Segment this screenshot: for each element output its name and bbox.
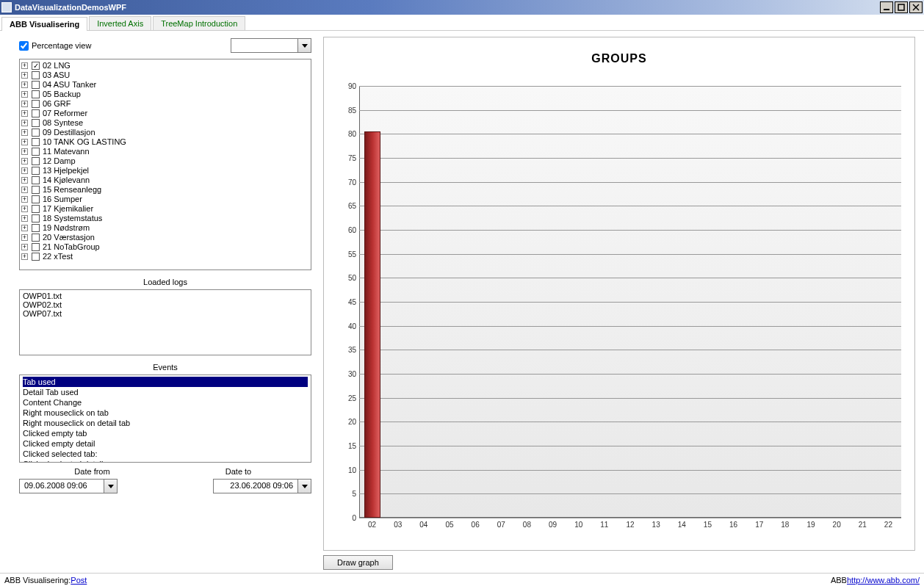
list-item[interactable]: Clicked empty tab [23, 428, 308, 438]
tree-item-checkbox[interactable] [32, 81, 40, 89]
list-item[interactable]: OWP07.txt [23, 309, 308, 318]
loaded-logs-listbox[interactable]: OWP01.txtOWP02.txtOWP07.txt [19, 289, 311, 355]
tree-item[interactable]: +06 GRF [21, 99, 309, 109]
expand-icon[interactable]: + [21, 253, 28, 260]
status-left-link[interactable]: Post [71, 576, 87, 585]
close-button[interactable] [909, 1, 923, 13]
list-item[interactable]: OWP02.txt [23, 300, 308, 309]
tree-item[interactable]: +04 ASU Tanker [21, 80, 309, 90]
gridline [359, 302, 901, 303]
gridline [359, 446, 901, 446]
tree-item-checkbox[interactable] [32, 253, 40, 261]
expand-icon[interactable]: + [21, 82, 28, 88]
tree-item-checkbox[interactable] [32, 214, 40, 223]
tree-item-checkbox[interactable] [32, 90, 40, 98]
list-item[interactable]: Right mouseclick on detail tab [23, 418, 308, 428]
expand-icon[interactable]: + [21, 225, 28, 231]
list-item[interactable]: Clicked empty detail [23, 438, 308, 449]
tree-item[interactable]: +05 Backup [21, 90, 309, 99]
tree-item[interactable]: +11 Matevann [21, 147, 309, 156]
expand-icon[interactable]: + [21, 177, 28, 184]
events-listbox[interactable]: Tab usedDetail Tab usedContent ChangeRig… [19, 375, 311, 463]
list-item[interactable]: Right mouseclick on tab [23, 408, 308, 418]
filter-combobox[interactable] [231, 38, 311, 53]
tree-item-checkbox[interactable] [32, 71, 40, 79]
tree-item-checkbox[interactable] [32, 129, 40, 137]
tree-item-checkbox[interactable] [32, 62, 40, 70]
expand-icon[interactable]: + [21, 244, 28, 250]
tab-treemap-introduction[interactable]: TreeMap Introduction [153, 16, 245, 30]
expand-icon[interactable]: + [21, 206, 28, 212]
list-item[interactable]: OWP01.txt [23, 292, 308, 300]
tree-item[interactable]: +13 Hjelpekjel [21, 166, 309, 176]
tree-item-checkbox[interactable] [32, 148, 40, 156]
expand-icon[interactable]: + [21, 196, 28, 203]
chart-panel: GROUPS Amount / Percentage 0510152025303… [323, 37, 915, 551]
tree-item-checkbox[interactable] [32, 234, 40, 242]
expand-icon[interactable]: + [21, 62, 28, 69]
date-to-picker[interactable]: 23.06.2008 09:06 [213, 479, 311, 493]
list-item[interactable]: Detail Tab used [23, 387, 308, 397]
tab-inverted-axis[interactable]: Inverted Axis [89, 16, 151, 30]
date-from-picker[interactable]: 09.06.2008 09:06 [19, 479, 118, 493]
tree-item-checkbox[interactable] [32, 157, 40, 165]
tree-item-checkbox[interactable] [32, 109, 40, 117]
expand-icon[interactable]: + [21, 72, 28, 79]
expand-icon[interactable]: + [21, 167, 28, 174]
groups-tree[interactable]: +02 LNG+03 ASU+04 ASU Tanker+05 Backup+0… [19, 59, 311, 270]
expand-icon[interactable]: + [21, 110, 28, 117]
maximize-button[interactable] [895, 1, 908, 13]
tree-item[interactable]: +19 Nødstrøm [21, 223, 309, 233]
expand-icon[interactable]: + [21, 91, 28, 98]
percentage-view-checkbox[interactable] [19, 41, 29, 51]
draw-graph-button[interactable]: Draw graph [323, 555, 393, 570]
tree-item[interactable]: +10 TANK OG LASTING [21, 137, 309, 147]
list-item[interactable]: Clicked selected detail [23, 459, 308, 463]
status-right-link[interactable]: http://www.abb.com/ [847, 576, 920, 585]
minimize-button[interactable] [880, 1, 893, 13]
list-item[interactable]: Tab used [23, 377, 308, 387]
expand-icon[interactable]: + [21, 129, 28, 136]
tree-item[interactable]: +08 Syntese [21, 118, 309, 128]
tree-item[interactable]: +20 Værstasjon [21, 233, 309, 242]
expand-icon[interactable]: + [21, 158, 28, 164]
expand-icon[interactable]: + [21, 215, 28, 222]
tree-item[interactable]: +09 Destillasjon [21, 128, 309, 137]
tree-item-checkbox[interactable] [32, 195, 40, 203]
tree-item-checkbox[interactable] [32, 167, 40, 175]
expand-icon[interactable]: + [21, 120, 28, 126]
expand-icon[interactable]: + [21, 148, 28, 155]
tree-item-checkbox[interactable] [32, 224, 40, 232]
tree-item-checkbox[interactable] [32, 138, 40, 146]
tree-item-checkbox[interactable] [32, 205, 40, 213]
tree-item[interactable]: +17 Kjemikalier [21, 204, 309, 214]
list-item[interactable]: Content Change [23, 397, 308, 408]
tree-item[interactable]: +15 Renseanlegg [21, 185, 309, 195]
tree-item-checkbox[interactable] [32, 186, 40, 194]
gridline [359, 470, 901, 471]
tree-item-checkbox[interactable] [32, 100, 40, 108]
tree-item[interactable]: +12 Damp [21, 156, 309, 166]
tree-item[interactable]: +22 xTest [21, 252, 309, 261]
tree-item[interactable]: +16 Sumper [21, 195, 309, 204]
tree-item-checkbox[interactable] [32, 119, 40, 127]
tree-item-checkbox[interactable] [32, 243, 40, 251]
tree-item[interactable]: +21 NoTabGroup [21, 242, 309, 252]
tree-item-label: 03 ASU [43, 70, 70, 80]
tree-item[interactable]: +02 LNG [21, 61, 309, 70]
list-item[interactable]: Clicked selected tab: [23, 449, 308, 459]
expand-icon[interactable]: + [21, 187, 28, 193]
gridline [359, 350, 901, 350]
expand-icon[interactable]: + [21, 234, 28, 241]
tree-item-checkbox[interactable] [32, 176, 40, 184]
tree-item-label: 16 Sumper [43, 195, 82, 204]
tree-item[interactable]: +07 Reformer [21, 109, 309, 118]
window-title: DataVisualizationDemosWPF [15, 3, 126, 12]
expand-icon[interactable]: + [21, 101, 28, 107]
tree-item[interactable]: +14 Kjølevann [21, 176, 309, 185]
tree-item[interactable]: +18 Systemstatus [21, 214, 309, 223]
tab-abb-visualisering[interactable]: ABB Visualisering [1, 17, 87, 31]
tree-item[interactable]: +03 ASU [21, 70, 309, 80]
expand-icon[interactable]: + [21, 139, 28, 145]
x-tick-label: 04 [419, 518, 427, 529]
